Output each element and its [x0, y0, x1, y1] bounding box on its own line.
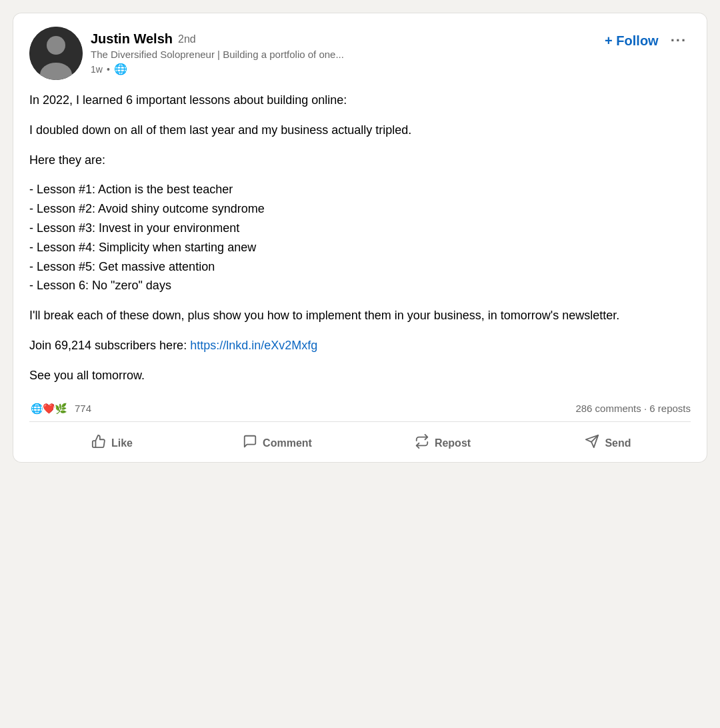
comments-count[interactable]: 286 comments — [575, 403, 641, 414]
post-header: Justin Welsh 2nd The Diversified Solopre… — [29, 27, 691, 80]
repost-button[interactable]: Repost — [360, 427, 525, 459]
like-label: Like — [111, 437, 133, 449]
author-name[interactable]: Justin Welsh — [91, 31, 173, 47]
action-bar: Like Comment Repost — [29, 425, 691, 462]
more-options-button[interactable]: ··· — [667, 29, 691, 52]
follow-button[interactable]: + Follow — [605, 31, 659, 51]
paragraph-2: I doubled down on all of them last year … — [29, 121, 691, 140]
reaction-emoji-3: 🌿 — [53, 401, 68, 416]
paragraph-5: I'll break each of these down, plus show… — [29, 306, 691, 325]
header-actions: + Follow ··· — [605, 29, 691, 52]
paragraph-6: Join 69,214 subscribers here: https://ln… — [29, 336, 691, 355]
reposts-count[interactable]: 6 reposts — [649, 403, 691, 414]
send-icon — [585, 434, 599, 453]
repost-label: Repost — [435, 437, 471, 449]
more-icon: ··· — [671, 32, 687, 49]
post-content: In 2022, I learned 6 important lessons a… — [29, 91, 691, 385]
follow-label: + Follow — [605, 33, 659, 49]
paragraph-3: Here they are: — [29, 151, 691, 170]
paragraph-7: See you all tomorrow. — [29, 366, 691, 385]
lesson-3: - Lesson #3: Invest in your environment — [29, 221, 239, 235]
author-details: Justin Welsh 2nd The Diversified Solopre… — [91, 31, 344, 75]
subscribers-prefix: Join 69,214 subscribers here: — [29, 339, 190, 352]
reactions-left: 🌐 ❤️ 🌿 774 — [29, 401, 91, 416]
svg-point-1 — [47, 36, 65, 55]
comment-label: Comment — [263, 437, 312, 449]
lessons-list: - Lesson #1: Action is the best teacher … — [29, 180, 691, 295]
connection-badge: 2nd — [178, 33, 196, 45]
post-meta: 1w • 🌐 — [91, 63, 344, 75]
comment-button[interactable]: Comment — [195, 427, 360, 459]
like-button[interactable]: Like — [29, 427, 195, 459]
reactions-row: 🌐 ❤️ 🌿 774 286 comments · 6 reposts — [29, 396, 691, 422]
paragraph-1: In 2022, I learned 6 important lessons a… — [29, 91, 691, 110]
dot-separator: • — [107, 64, 110, 75]
author-name-row: Justin Welsh 2nd — [91, 31, 344, 47]
send-button[interactable]: Send — [525, 427, 691, 459]
repost-icon — [415, 434, 429, 453]
avatar[interactable] — [29, 27, 83, 80]
like-icon — [91, 434, 106, 453]
author-tagline: The Diversified Solopreneur | Building a… — [91, 49, 344, 60]
reactions-right: 286 comments · 6 reposts — [575, 403, 691, 414]
post-age: 1w — [91, 64, 103, 75]
reaction-emojis: 🌐 ❤️ 🌿 — [29, 401, 68, 416]
send-label: Send — [605, 437, 631, 449]
newsletter-link[interactable]: https://lnkd.in/eXv2Mxfg — [190, 339, 317, 352]
lesson-1: - Lesson #1: Action is the best teacher — [29, 183, 233, 196]
lesson-4: - Lesson #4: Simplicity when starting an… — [29, 241, 256, 254]
lesson-2: - Lesson #2: Avoid shiny outcome syndrom… — [29, 202, 265, 215]
lesson-6: - Lesson 6: No "zero" days — [29, 279, 171, 292]
comment-icon — [243, 434, 257, 453]
post-card: Justin Welsh 2nd The Diversified Solopre… — [13, 13, 707, 462]
author-info-section: Justin Welsh 2nd The Diversified Solopre… — [29, 27, 344, 80]
lesson-5: - Lesson #5: Get massive attention — [29, 260, 215, 273]
globe-icon: 🌐 — [114, 63, 127, 75]
reaction-count: 774 — [75, 403, 91, 414]
